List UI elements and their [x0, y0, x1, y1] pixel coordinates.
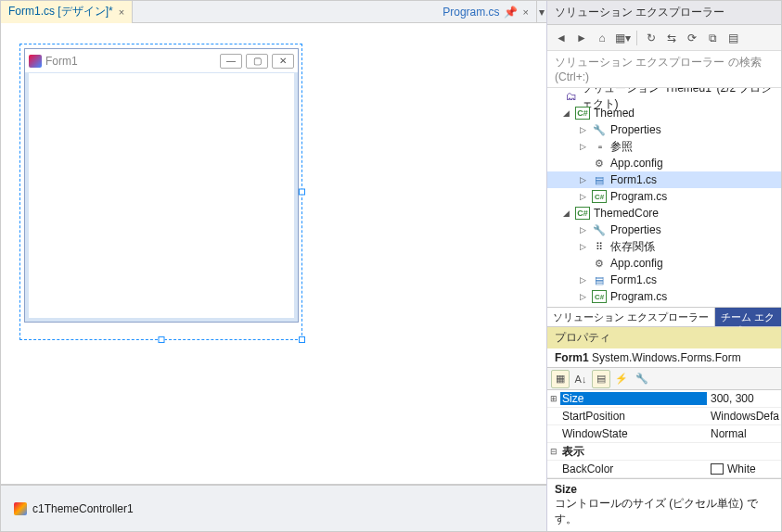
- resize-handle-se[interactable]: [299, 336, 305, 343]
- form-icon: [29, 55, 42, 68]
- project-node-themedcore[interactable]: ◢C# ThemedCore: [547, 205, 781, 222]
- cs-file-icon: C#: [592, 290, 607, 303]
- resize-handle-s[interactable]: [158, 336, 164, 343]
- solution-explorer-toolbar: ◄ ► ⌂ ▦▾ ↻ ⇆ ⟳ ⧉ ▤: [547, 25, 781, 51]
- form-window[interactable]: Form1 — ▢ ✕: [24, 48, 299, 323]
- solution-node[interactable]: ▶ ソリューション 'Themed1' (2/2 プロジェクト): [547, 88, 781, 105]
- properties-node[interactable]: ▷ Properties: [547, 121, 781, 138]
- property-value[interactable]: Normal: [707, 427, 781, 440]
- properties-toolbar: ▦ A↓ ▤ ⚡ 🔧: [547, 368, 781, 390]
- collapse-icon[interactable]: ⊟: [547, 447, 560, 456]
- copy-icon[interactable]: ⧉: [704, 30, 721, 46]
- refresh-icon[interactable]: ⟳: [684, 30, 700, 46]
- object-name: Form1: [555, 351, 589, 364]
- properties-object-selector[interactable]: Form1 System.Windows.Forms.Form: [547, 348, 781, 368]
- node-label: 依存関係: [610, 239, 655, 255]
- programcs-node[interactable]: ▷C# Program.cs: [547, 288, 781, 305]
- form-file-icon: [592, 273, 607, 286]
- solution-search-input[interactable]: ソリューション エクスプローラー の検索 (Ctrl+:): [547, 51, 781, 88]
- property-row-windowstate[interactable]: WindowState Normal: [547, 425, 781, 443]
- events-icon[interactable]: ⚡: [612, 370, 631, 388]
- form-titlebar: Form1 — ▢ ✕: [25, 49, 298, 73]
- expand-icon[interactable]: ⊞: [547, 394, 560, 403]
- close-icon[interactable]: ×: [523, 6, 529, 18]
- categorized-icon[interactable]: ▦: [551, 370, 570, 388]
- property-category-display[interactable]: ⊟ 表示: [547, 443, 781, 461]
- resize-handle-e[interactable]: [299, 189, 305, 196]
- node-label: 参照: [610, 139, 633, 155]
- form1cs-node[interactable]: ▷ Form1.cs: [547, 171, 781, 188]
- back-icon[interactable]: ◄: [553, 30, 570, 46]
- tab-dropdown-icon[interactable]: ▾: [537, 6, 546, 19]
- csproj-icon: C#: [575, 207, 590, 220]
- component-tray: c1ThemeController1: [1, 485, 546, 531]
- solution-explorer-title: ソリューション エクスプローラー: [547, 1, 781, 25]
- node-label: Themed: [594, 107, 635, 120]
- tab-solution-explorer[interactable]: ソリューション エクスプローラー: [547, 308, 715, 326]
- node-label: ThemedCore: [594, 207, 659, 220]
- forward-icon[interactable]: ►: [573, 30, 590, 46]
- node-label: Form1.cs: [610, 173, 657, 186]
- config-icon: [592, 157, 607, 170]
- properties-node[interactable]: ▷ Properties: [547, 222, 781, 238]
- cs-file-icon: C#: [592, 190, 607, 203]
- alphabetical-icon[interactable]: A↓: [571, 370, 590, 388]
- wrench-icon: [592, 123, 607, 136]
- close-icon[interactable]: ✕: [272, 54, 294, 69]
- close-icon[interactable]: ×: [119, 6, 124, 18]
- tab-program-cs[interactable]: Program.cs 📌 ×: [435, 1, 537, 23]
- node-label: Form1.cs: [610, 273, 657, 286]
- property-row-size[interactable]: ⊞ Size 300, 300: [547, 390, 781, 408]
- pin-icon[interactable]: 📌: [504, 6, 518, 19]
- property-name: WindowState: [560, 427, 707, 440]
- appconfig-node[interactable]: ▷ App.config: [547, 155, 781, 171]
- dependencies-node[interactable]: ▷ 依存関係: [547, 238, 781, 255]
- config-icon: [592, 257, 607, 270]
- property-grid: ⊞ Size 300, 300 StartPosition WindowsDef…: [547, 390, 781, 478]
- tab-team-explorer[interactable]: チーム エクスプローラー: [715, 308, 781, 326]
- property-value[interactable]: White: [707, 462, 781, 475]
- category-name: 表示: [560, 444, 707, 460]
- property-value[interactable]: 300, 300: [707, 392, 781, 405]
- properties-page-icon[interactable]: ▤: [592, 370, 610, 388]
- property-name: StartPosition: [560, 410, 707, 423]
- solution-tree: ▶ ソリューション 'Themed1' (2/2 プロジェクト) ◢C# The…: [547, 88, 781, 307]
- property-value[interactable]: WindowsDefa: [707, 410, 781, 423]
- collapse-icon[interactable]: ⇆: [663, 30, 680, 46]
- object-type: System.Windows.Forms.Form: [589, 351, 741, 364]
- node-label: App.config: [610, 257, 663, 270]
- solution-icon: [565, 90, 578, 103]
- appconfig-node[interactable]: ▷ App.config: [547, 255, 781, 272]
- properties-panel: プロパティ Form1 System.Windows.Forms.Form ▦ …: [547, 327, 781, 531]
- references-icon: [592, 140, 607, 153]
- form1cs-node[interactable]: ▷ Form1.cs: [547, 272, 781, 288]
- description-text: コントロールのサイズ (ピクセル単位) です。: [555, 496, 774, 527]
- designer-surface[interactable]: Form1 — ▢ ✕: [1, 23, 546, 485]
- tab-label: Form1.cs [デザイン]*: [8, 4, 113, 19]
- wrench-icon[interactable]: 🔧: [633, 370, 651, 388]
- component-item[interactable]: c1ThemeController1: [32, 502, 134, 515]
- tab-label: Program.cs: [442, 6, 499, 19]
- references-node[interactable]: ▷ 参照: [547, 138, 781, 155]
- search-placeholder: ソリューション エクスプローラー の検索 (Ctrl+:): [555, 56, 762, 83]
- form-title-text: Form1: [45, 55, 78, 68]
- show-all-icon[interactable]: ↻: [643, 30, 660, 46]
- minimize-icon[interactable]: —: [220, 54, 242, 69]
- explorer-tabstrip: ソリューション エクスプローラー チーム エクスプローラー: [547, 307, 781, 327]
- sync-icon[interactable]: ▦▾: [614, 30, 631, 46]
- selection-outline: Form1 — ▢ ✕: [19, 44, 302, 340]
- property-row-backcolor[interactable]: BackColor White: [547, 461, 781, 478]
- properties-title: プロパティ: [547, 327, 781, 348]
- home-icon[interactable]: ⌂: [594, 30, 610, 46]
- node-label: Properties: [610, 123, 661, 136]
- tab-form1-design[interactable]: Form1.cs [デザイン]* ×: [1, 1, 133, 23]
- properties-icon[interactable]: ▤: [724, 30, 741, 46]
- property-row-startposition[interactable]: StartPosition WindowsDefa: [547, 408, 781, 425]
- node-label: Program.cs: [610, 190, 667, 203]
- maximize-icon[interactable]: ▢: [246, 54, 268, 69]
- property-name: Size: [560, 392, 707, 405]
- node-label: Program.cs: [610, 290, 667, 303]
- programcs-node[interactable]: ▷C# Program.cs: [547, 188, 781, 205]
- node-label: App.config: [610, 157, 663, 170]
- document-tabstrip: Form1.cs [デザイン]* × Program.cs 📌 × ▾: [1, 1, 546, 23]
